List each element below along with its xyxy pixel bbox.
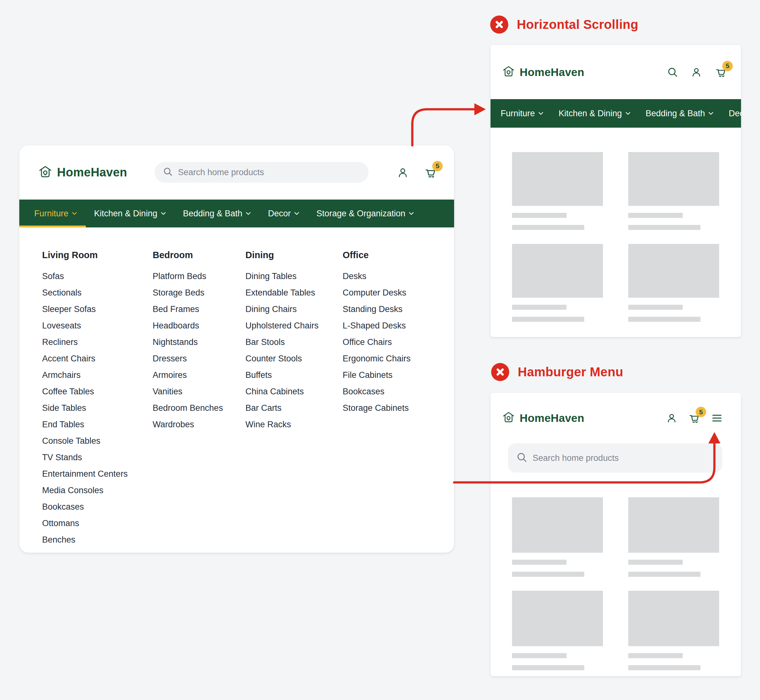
mega-menu-link[interactable]: Upholstered Chairs [245, 317, 318, 334]
mega-menu-link[interactable]: Standing Desks [343, 301, 411, 317]
cart-icon[interactable]: 5 [715, 66, 727, 78]
mega-menu-link[interactable]: Extendable Tables [245, 284, 318, 301]
mega-menu-link[interactable]: Bar Carts [245, 400, 318, 416]
mega-menu-link[interactable]: Desks [343, 268, 411, 284]
chevron-down-icon [245, 210, 251, 217]
homehaven-logo[interactable]: HomeHaven [38, 145, 127, 200]
mega-menu-link[interactable]: Bed Frames [153, 301, 223, 317]
annotation-label: Horizontal Scrolling [517, 17, 638, 32]
nav-item-furniture[interactable]: Furniture [19, 200, 86, 227]
account-icon[interactable] [690, 66, 702, 78]
search-input[interactable] [533, 453, 714, 463]
mega-menu-link[interactable]: Armoires [153, 367, 223, 383]
nav-item-label: Bedding & Bath [646, 109, 705, 119]
desktop-search[interactable] [154, 162, 368, 183]
logo-wordmark: HomeHaven [520, 412, 584, 425]
mega-menu-link[interactable]: File Cabinets [343, 367, 411, 383]
mega-menu-link[interactable]: Vanities [153, 383, 223, 400]
mega-menu-link[interactable]: Ottomans [42, 515, 128, 531]
mega-menu-link[interactable]: Bookcases [42, 498, 128, 515]
mega-menu-link[interactable]: Recliners [42, 334, 128, 350]
mobile-nav-item-bedding-bath[interactable]: Bedding & Bath [646, 109, 721, 119]
product-placeholder [628, 497, 719, 577]
mega-menu-link[interactable]: Platform Beds [153, 268, 223, 284]
mobile-nav-item-decor[interactable]: Decor [729, 109, 741, 119]
mega-menu-link[interactable]: Accent Chairs [42, 350, 128, 367]
mega-menu-link[interactable]: Sectionals [42, 284, 128, 301]
mega-menu-link[interactable]: Bookcases [343, 383, 411, 400]
mobile-nav-item-kitchen-dining[interactable]: Kitchen & Dining [559, 109, 638, 119]
mega-menu-link[interactable]: Dining Chairs [245, 301, 318, 317]
mega-menu-link[interactable]: Media Consoles [42, 482, 128, 498]
search-icon [516, 452, 527, 464]
mega-menu-link[interactable]: Armchairs [42, 367, 128, 383]
product-placeholder [512, 591, 603, 670]
homehaven-logo[interactable]: HomeHaven [502, 393, 584, 444]
product-placeholder [512, 244, 603, 322]
mega-menu-link[interactable]: TV Stands [42, 449, 128, 466]
mega-menu-link[interactable]: L-Shaped Desks [343, 317, 411, 334]
mega-menu-link[interactable]: Storage Cabinets [343, 400, 411, 416]
cart-icon[interactable]: 5 [688, 412, 701, 425]
mega-menu-link[interactable]: Sofas [42, 268, 128, 284]
chevron-down-icon [708, 110, 714, 117]
logo-wordmark: HomeHaven [57, 166, 127, 179]
mega-menu-link[interactable]: Dressers [153, 350, 223, 367]
hamburger-menu-icon[interactable] [711, 412, 723, 425]
mega-menu-link[interactable]: Sleeper Sofas [42, 301, 128, 317]
mega-menu-link[interactable]: Console Tables [42, 433, 128, 449]
mega-column-office: OfficeDesksComputer DesksStanding DesksL… [343, 250, 411, 416]
mega-menu-link[interactable]: Loveseats [42, 317, 128, 334]
mega-menu-link[interactable]: Buffets [245, 367, 318, 383]
mega-menu-link[interactable]: Benches [42, 531, 128, 548]
mega-menu-link[interactable]: Headboards [153, 317, 223, 334]
mobile-nav-item-furniture[interactable]: Furniture [501, 109, 551, 119]
mega-menu-link[interactable]: Bedroom Benches [153, 400, 223, 416]
mega-column-title: Dining [245, 250, 318, 260]
chevron-down-icon [160, 210, 167, 217]
mega-menu-link[interactable]: Office Chairs [343, 334, 411, 350]
mega-menu-link[interactable]: Coffee Tables [42, 383, 128, 400]
account-icon[interactable] [396, 166, 409, 179]
account-icon[interactable] [666, 412, 678, 424]
mobile-search[interactable] [508, 444, 722, 473]
mobile-hamburger-card: HomeHaven 5 [490, 393, 741, 676]
desktop-header: HomeHaven 5 [19, 145, 454, 200]
mega-menu-link[interactable]: China Cabinets [245, 383, 318, 400]
product-placeholder [628, 152, 719, 230]
mega-menu-link[interactable]: End Tables [42, 416, 128, 433]
homehaven-logo[interactable]: HomeHaven [502, 45, 584, 99]
mega-menu-link[interactable]: Computer Desks [343, 284, 411, 301]
chevron-down-icon [293, 210, 300, 217]
chevron-down-icon [71, 210, 78, 217]
mega-menu-link[interactable]: Ergonomic Chairs [343, 350, 411, 367]
mega-menu-link[interactable]: Side Tables [42, 400, 128, 416]
nav-item-bedding-bath[interactable]: Bedding & Bath [175, 200, 260, 227]
mobile-horizontal-scroll-card: HomeHaven 5 FurnitureKitchen & [490, 45, 741, 337]
cart-count-badge: 5 [696, 407, 706, 417]
nav-item-kitchen-dining[interactable]: Kitchen & Dining [86, 200, 175, 227]
nav-item-label: Storage & Organization [316, 209, 405, 219]
nav-item-label: Kitchen & Dining [94, 209, 158, 219]
mega-menu-link[interactable]: Dining Tables [245, 268, 318, 284]
nav-item-label: Furniture [501, 109, 535, 119]
annotation-label: Hamburger Menu [518, 365, 623, 379]
mega-menu-link[interactable]: Wine Racks [245, 416, 318, 433]
annotation-horizontal-scrolling: Horizontal Scrolling [490, 16, 638, 34]
cart-icon[interactable]: 5 [424, 166, 437, 179]
logo-wordmark: HomeHaven [520, 66, 584, 78]
nav-item-label: Kitchen & Dining [559, 109, 622, 119]
mega-menu-link[interactable]: Bar Stools [245, 334, 318, 350]
nav-item-storage-organization[interactable]: Storage & Organization [308, 200, 423, 227]
mobile-scrolling-nav[interactable]: FurnitureKitchen & DiningBedding & BathD… [490, 99, 741, 128]
mega-menu-link[interactable]: Nightstands [153, 334, 223, 350]
chevron-down-icon [538, 110, 544, 117]
product-placeholder [512, 497, 603, 577]
mega-menu-link[interactable]: Storage Beds [153, 284, 223, 301]
search-icon[interactable] [667, 67, 678, 78]
mega-menu-link[interactable]: Entertainment Centers [42, 466, 128, 482]
nav-item-decor[interactable]: Decor [260, 200, 308, 227]
search-input[interactable] [178, 167, 360, 177]
mega-menu-link[interactable]: Counter Stools [245, 350, 318, 367]
mega-menu-link[interactable]: Wardrobes [153, 416, 223, 433]
